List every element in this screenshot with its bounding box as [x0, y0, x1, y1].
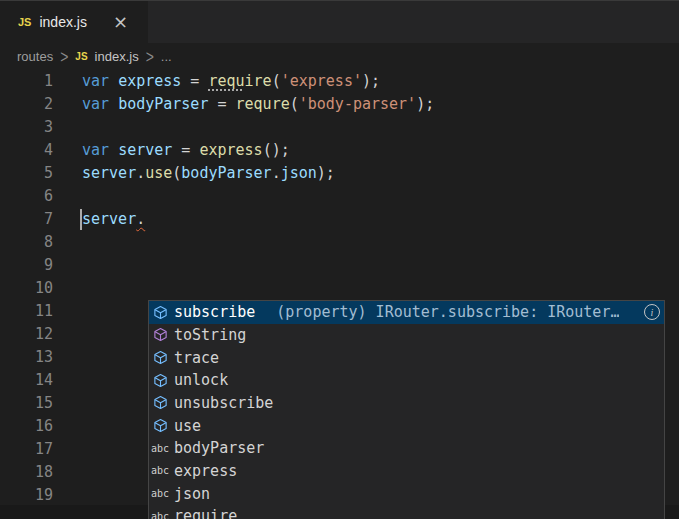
suggestion-label: json [174, 485, 210, 503]
line-number[interactable]: 16 [0, 415, 53, 438]
breadcrumb-folder[interactable]: routes [17, 49, 53, 64]
code-line-row: 6 [0, 185, 679, 208]
suggestion-item[interactable]: trace [149, 346, 664, 369]
symbol-property-icon [152, 304, 168, 320]
line-number[interactable]: 1 [0, 70, 53, 93]
code-token: ( [172, 164, 181, 182]
line-number[interactable]: 8 [0, 231, 53, 254]
suggest-widget: subscribe (property) IRouter.subscribe: … [148, 300, 665, 519]
code-line-row: 4 var server = express(); [0, 139, 679, 162]
suggestion-item[interactable]: abc json [149, 482, 664, 505]
vscode-window: JS index.js × routes > JS index.js > ...… [0, 0, 679, 519]
code-token: var [82, 141, 118, 159]
line-number[interactable]: 10 [0, 277, 53, 300]
symbol-text-icon: abc [152, 463, 168, 479]
code-line-row: 8 [0, 231, 679, 254]
tab-indexjs[interactable]: JS index.js × [0, 1, 148, 43]
suggestion-label: unlock [174, 371, 228, 389]
suggestion-item[interactable]: use [149, 414, 664, 437]
code-token: ( [272, 72, 281, 90]
line-number[interactable]: 17 [0, 438, 53, 461]
suggestion-item[interactable]: abc express [149, 460, 664, 483]
suggestion-label: trace [174, 349, 219, 367]
breadcrumb-file-icon: JS [75, 51, 87, 62]
line-number[interactable]: 12 [0, 323, 53, 346]
code-token: 'body-parser' [299, 95, 416, 113]
code-token: var [82, 95, 118, 113]
symbol-text-icon: abc [152, 440, 168, 456]
code-token: requre [236, 95, 290, 113]
code-token: ); [317, 164, 335, 182]
code-token: json [281, 164, 317, 182]
line-number[interactable]: 14 [0, 369, 53, 392]
line-number[interactable]: 2 [0, 93, 53, 116]
breadcrumb-ellipsis[interactable]: ... [161, 49, 172, 64]
line-code[interactable]: var express = require('express'); [82, 70, 380, 93]
symbol-text-icon: abc [152, 486, 168, 502]
symbol-property-icon [152, 350, 168, 366]
code-token: express [118, 72, 181, 90]
code-token: ); [416, 95, 434, 113]
suggestion-item[interactable]: subscribe (property) IRouter.subscribe: … [149, 301, 664, 324]
code-token: 'express' [281, 72, 362, 90]
symbol-property-icon [152, 418, 168, 434]
line-code[interactable]: var bodyParser = requre('body-parser'); [82, 93, 434, 116]
code-token: server [82, 210, 136, 228]
line-number[interactable]: 11 [0, 300, 53, 323]
suggestion-item[interactable]: abc bodyParser [149, 437, 664, 460]
close-icon[interactable]: × [113, 13, 128, 31]
code-line-row: 5 server.use(bodyParser.json); [0, 162, 679, 185]
tab-label: index.js [39, 14, 86, 30]
chevron-right-icon: > [146, 47, 154, 67]
editor: 1 var express = require('express'); 2 va… [0, 70, 679, 507]
code-token: . [136, 210, 145, 228]
line-number[interactable]: 6 [0, 185, 53, 208]
line-code[interactable]: server.use(bodyParser.json); [82, 162, 335, 185]
code-token: use [145, 164, 172, 182]
line-number[interactable]: 19 [0, 484, 53, 507]
line-code[interactable]: server. [82, 208, 145, 231]
line-number[interactable]: 13 [0, 346, 53, 369]
code-token: ); [362, 72, 380, 90]
code-token: var [82, 72, 118, 90]
breadcrumb-file[interactable]: index.js [95, 49, 139, 64]
code-token: ire [245, 72, 272, 90]
line-number[interactable]: 5 [0, 162, 53, 185]
code-token: (); [263, 141, 290, 159]
code-token: bodyParser [181, 164, 271, 182]
line-number[interactable]: 3 [0, 116, 53, 139]
suggestion-item[interactable]: abc require [149, 505, 664, 519]
symbol-property-icon [152, 372, 168, 388]
symbol-text-icon: abc [152, 508, 168, 519]
symbol-property-icon [152, 395, 168, 411]
line-number[interactable]: 15 [0, 392, 53, 415]
code-token: server [118, 141, 172, 159]
code-line-row: 3 [0, 116, 679, 139]
suggestion-label: express [174, 462, 237, 480]
line-number[interactable]: 7 [0, 208, 53, 231]
suggestion-item[interactable]: toString [149, 324, 664, 347]
line-number[interactable]: 4 [0, 139, 53, 162]
text-cursor [80, 209, 82, 230]
code-token: express [199, 141, 262, 159]
code-line-row: 9 [0, 254, 679, 277]
suggestion-item[interactable]: unsubscribe [149, 392, 664, 415]
suggestion-label: subscribe [174, 303, 255, 321]
code-token: server [82, 164, 136, 182]
js-file-icon: JS [18, 16, 31, 28]
line-number[interactable]: 18 [0, 461, 53, 484]
suggestion-label: unsubscribe [174, 394, 273, 412]
suggestion-label: bodyParser [174, 439, 264, 457]
code-token: ( [290, 95, 299, 113]
code-token: . [136, 164, 145, 182]
suggestion-item[interactable]: unlock [149, 369, 664, 392]
code-token: = [172, 141, 199, 159]
code-token: = [208, 95, 235, 113]
code-line-row: 1 var express = require('express'); [0, 70, 679, 93]
suggestion-detail: (property) IRouter.subscribe: IRouter… [276, 303, 619, 321]
code-line-row: 7 server. [0, 208, 679, 231]
line-code[interactable]: var server = express(); [82, 139, 290, 162]
info-icon[interactable]: i [644, 304, 660, 320]
line-number[interactable]: 9 [0, 254, 53, 277]
suggestion-label: toString [174, 326, 246, 344]
